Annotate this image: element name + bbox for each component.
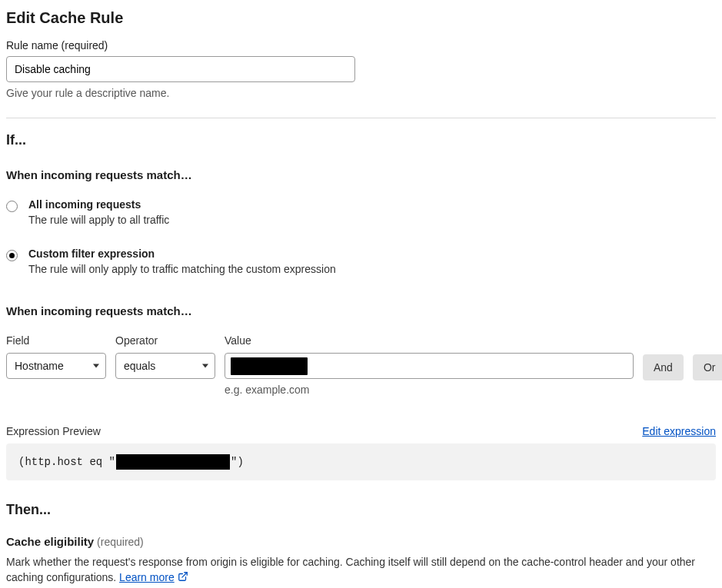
learn-more-link[interactable]: Learn more xyxy=(119,571,175,583)
svg-line-0 xyxy=(182,573,187,577)
if-heading: If... xyxy=(6,132,716,148)
radio-label: All incoming requests xyxy=(28,198,169,211)
and-button[interactable]: And xyxy=(643,354,684,380)
radio-label: Custom filter expression xyxy=(28,247,336,260)
radio-icon xyxy=(6,250,18,261)
radio-icon xyxy=(6,201,18,212)
operator-label: Operator xyxy=(115,334,215,347)
rule-name-label: Rule name (required) xyxy=(6,39,716,51)
radio-desc: The rule will only apply to traffic matc… xyxy=(28,263,336,275)
cache-eligibility-title: Cache eligibility xyxy=(6,535,94,548)
expression-preview-label: Expression Preview xyxy=(6,425,101,437)
page-title: Edit Cache Rule xyxy=(6,9,716,27)
required-marker: (required) xyxy=(97,536,144,548)
builder-heading: When incoming requests match… xyxy=(6,304,716,317)
chevron-down-icon xyxy=(93,364,99,368)
radio-desc: The rule will apply to all traffic xyxy=(28,214,169,226)
value-input[interactable] xyxy=(225,353,634,379)
field-select[interactable]: Hostname xyxy=(6,353,106,379)
rule-name-hint: Give your rule a descriptive name. xyxy=(6,87,716,99)
field-value: Hostname xyxy=(15,360,64,372)
radio-option-all-requests[interactable]: All incoming requests The rule will appl… xyxy=(6,198,716,226)
operator-select[interactable]: equals xyxy=(115,353,215,379)
value-label: Value xyxy=(225,334,634,347)
value-hint: e.g. example.com xyxy=(225,384,634,396)
chevron-down-icon xyxy=(202,364,208,368)
radio-option-custom-filter[interactable]: Custom filter expression The rule will o… xyxy=(6,247,716,275)
or-button[interactable]: Or xyxy=(693,354,722,380)
code-suffix: ") xyxy=(231,456,244,468)
code-prefix: (http.host eq " xyxy=(18,456,115,468)
redacted-host xyxy=(116,454,230,470)
rule-name-input[interactable] xyxy=(6,56,355,82)
expression-preview-code: (http.host eq "") xyxy=(6,443,716,480)
then-heading: Then... xyxy=(6,502,716,518)
cache-eligibility-desc: Mark whether the request's response from… xyxy=(6,554,716,586)
redacted-value xyxy=(231,357,308,375)
divider xyxy=(6,118,716,118)
external-link-icon xyxy=(178,570,188,586)
operator-value: equals xyxy=(124,360,155,372)
edit-expression-link[interactable]: Edit expression xyxy=(642,425,716,437)
match-heading: When incoming requests match… xyxy=(6,168,716,181)
field-label: Field xyxy=(6,334,106,347)
